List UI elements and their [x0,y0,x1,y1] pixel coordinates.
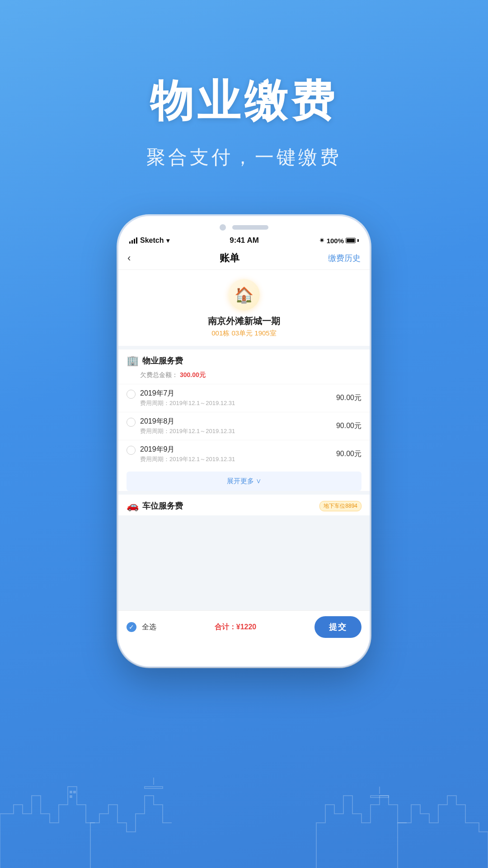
total-amount: 合计：¥1220 [162,623,309,632]
svg-rect-5 [74,791,75,793]
property-fee-card: 🏢 物业服务费 欠费总金额： 300.00元 2019年7月 费用周期：2019… [118,349,370,491]
svg-rect-4 [70,791,72,793]
hero-title: 物业缴费 [0,72,488,131]
submit-button[interactable]: 提交 [314,616,361,638]
svg-rect-6 [70,796,72,797]
fee-card-header: 🏢 物业服务费 [118,349,370,370]
building-icon: 🏢 [127,355,139,367]
fee-item-price: 90.00元 [336,449,361,459]
payment-history-button[interactable]: 缴费历史 [328,253,361,264]
phone-container: Sketch ▾ 9:41 AM ✴ 100% ‹ 账单 缴费历史 [0,215,488,667]
battery-percent: 100% [327,237,344,245]
fee-title: 物业服务费 [142,355,361,366]
parking-badge: 地下车位8894 [319,501,361,511]
property-icon: 🏠 [235,286,253,304]
fee-item-month: 2019年9月 [140,445,332,454]
fee-item-checkbox[interactable] [127,446,136,455]
parking-fee-title: 车位服务费 [142,500,316,511]
fee-item-period: 费用周期：2019年12.1～2019.12.31 [140,399,332,407]
select-all-checkbox[interactable]: ✓ [127,622,136,632]
car-icon: 🚗 [127,500,139,512]
bluetooth-icon: ✴ [319,236,325,245]
fee-owed-label: 欠费总金额： [140,371,178,378]
carrier-label: Sketch [140,236,164,245]
app-navbar: ‹ 账单 缴费历史 [118,248,370,270]
phone-mockup: Sketch ▾ 9:41 AM ✴ 100% ‹ 账单 缴费历史 [117,215,371,667]
parking-fee-card: 🚗 车位服务费 地下车位8894 [118,495,370,515]
fee-item[interactable]: 2019年8月 费用周期：2019年12.1～2019.12.31 90.00元 [118,412,370,440]
svg-rect-0 [145,787,163,788]
property-name: 南京外滩新城一期 [208,315,280,327]
fee-item[interactable]: 2019年9月 费用周期：2019年12.1～2019.12.31 90.00元 [118,440,370,468]
status-bar: Sketch ▾ 9:41 AM ✴ 100% [118,234,370,248]
front-camera [220,224,226,231]
signal-icon [129,237,137,244]
property-icon-wrap: 🏠 [228,279,260,311]
status-right: ✴ 100% [319,236,359,245]
property-header: 🏠 南京外滩新城一期 001栋 03单元 1905室 [118,270,370,346]
status-left: Sketch ▾ [129,236,169,245]
fee-item-checkbox[interactable] [127,390,136,399]
fee-item-price: 90.00元 [336,421,361,431]
status-time: 9:41 AM [230,236,259,245]
total-value: ¥1220 [236,623,257,631]
expand-label: 展开更多 ∨ [227,477,261,486]
page-title: 账单 [220,251,239,265]
total-label: 合计： [215,623,236,631]
fee-owed-row: 欠费总金额： 300.00元 [118,370,370,384]
fee-item-period: 费用周期：2019年12.1～2019.12.31 [140,427,332,435]
phone-top-bar [118,216,370,234]
battery-icon [346,238,356,243]
fee-item-month: 2019年8月 [140,417,332,426]
earpiece [232,225,268,230]
fee-item-period: 费用周期：2019年12.1～2019.12.31 [140,455,332,463]
expand-more-button[interactable]: 展开更多 ∨ [127,472,361,491]
back-button[interactable]: ‹ [127,252,131,264]
parking-fee-header: 🚗 车位服务费 地下车位8894 [118,495,370,515]
fee-item-month: 2019年7月 [140,389,332,398]
bottom-bar: ✓ 全选 合计：¥1220 提交 [118,610,370,643]
fee-item[interactable]: 2019年7月 费用周期：2019年12.1～2019.12.31 90.00元 [118,384,370,412]
wifi-icon: ▾ [166,237,169,244]
hero-section: 物业缴费 聚合支付，一键缴费 [0,0,488,197]
property-address: 001栋 03单元 1905室 [211,329,276,338]
fee-item-checkbox[interactable] [127,418,136,427]
hero-subtitle: 聚合支付，一键缴费 [0,145,488,170]
fee-owed-amount: 300.00元 [180,371,206,378]
app-content: 🏠 南京外滩新城一期 001栋 03单元 1905室 🏢 物业服务费 欠费总金额… [118,270,370,643]
select-all-label: 全选 [142,623,156,632]
fee-item-price: 90.00元 [336,393,361,403]
